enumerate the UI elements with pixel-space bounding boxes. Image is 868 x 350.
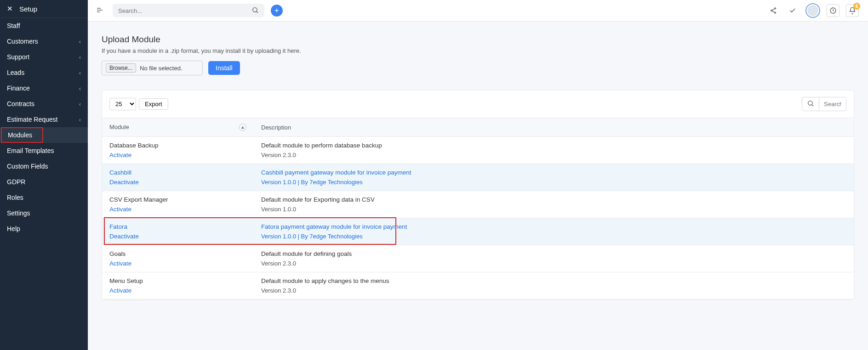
sidebar-item-email-templates[interactable]: Email Templates [0, 143, 88, 158]
bell-icon[interactable]: 6 [846, 4, 859, 17]
svg-point-11 [808, 101, 812, 105]
sidebar-item-custom-fields[interactable]: Custom Fields [0, 158, 88, 174]
module-description: Fatora payment gateway module for invoic… [261, 223, 846, 230]
sidebar-item-label: Custom Fields [7, 163, 48, 170]
sidebar-item-label: Leads [7, 69, 24, 76]
sidebar-item-gdpr[interactable]: GDPR [0, 174, 88, 190]
sidebar-item-support[interactable]: Support‹ [0, 49, 88, 65]
upload-row: Browse... No file selected. Install [102, 61, 854, 75]
file-input[interactable]: Browse... No file selected. [102, 61, 203, 75]
description-cell: Fatora payment gateway module for invoic… [254, 218, 854, 245]
clock-icon[interactable] [827, 4, 839, 17]
table-search [802, 97, 846, 111]
sidebar-item-finance[interactable]: Finance‹ [0, 80, 88, 96]
menu-toggle-icon[interactable] [93, 5, 106, 17]
activate-link[interactable]: Activate [109, 260, 246, 267]
sidebar-item-label: Estimate Request [7, 116, 58, 123]
avatar-image [807, 5, 818, 16]
module-version: Version 1.0.0 | By 7edge Technologies [261, 179, 846, 186]
svg-point-5 [775, 8, 776, 9]
module-version: Version 1.0.0 [261, 206, 846, 213]
table-row: CSV Export ManagerActivateDefault module… [102, 191, 854, 218]
description-cell: Default module for defining goalsVersion… [254, 245, 854, 272]
module-version: Version 1.0.0 | By 7edge Technologies [261, 233, 846, 240]
modules-card: 25 Export Module ▲ Descript [102, 90, 854, 300]
activate-link[interactable]: Activate [109, 287, 246, 294]
description-cell: Default module to apply changes to the m… [254, 272, 854, 299]
chevron-left-icon: ‹ [79, 69, 81, 76]
module-description: Default module to apply changes to the m… [261, 277, 846, 284]
col-description[interactable]: Description [254, 118, 854, 137]
search-input[interactable] [118, 7, 251, 14]
global-search[interactable] [113, 4, 264, 17]
sidebar-item-help[interactable]: Help [0, 221, 88, 237]
module-name[interactable]: Cashbill [109, 169, 246, 176]
module-cell: Menu SetupActivate [102, 272, 254, 299]
topbar-right: 6 [767, 3, 859, 18]
activate-link[interactable]: Activate [109, 152, 246, 158]
main-content: Upload Module If you have a module in a … [88, 22, 868, 350]
page-title: Upload Module [102, 34, 854, 45]
svg-point-3 [253, 7, 257, 11]
deactivate-link[interactable]: Deactivate [109, 179, 246, 186]
browse-button[interactable]: Browse... [106, 63, 136, 73]
sidebar-item-label: Finance [7, 85, 30, 92]
sidebar-item-customers[interactable]: Customers‹ [0, 34, 88, 49]
sidebar-item-staff[interactable]: Staff [0, 18, 88, 34]
svg-point-6 [771, 10, 772, 11]
file-label: No file selected. [140, 65, 183, 72]
module-description: Default module for defining goals [261, 250, 846, 257]
search-icon[interactable] [251, 6, 259, 15]
module-version: Version 2.3.0 [261, 260, 846, 267]
module-version: Version 2.3.0 [261, 287, 846, 294]
module-cell: FatoraDeactivate [102, 218, 254, 245]
add-button[interactable]: + [271, 5, 283, 17]
export-button[interactable]: Export [139, 98, 168, 110]
chevron-left-icon: ‹ [79, 54, 81, 61]
sidebar-item-label: Contracts [7, 100, 34, 107]
check-icon[interactable] [786, 4, 799, 17]
table-row: CashbillDeactivateCashbill payment gatew… [102, 164, 854, 191]
install-button[interactable]: Install [208, 61, 240, 75]
avatar[interactable] [805, 3, 820, 18]
module-cell: CSV Export ManagerActivate [102, 191, 254, 218]
module-name: CSV Export Manager [109, 196, 246, 203]
module-version: Version 2.3.0 [261, 152, 846, 158]
deactivate-link[interactable]: Deactivate [109, 233, 246, 240]
chevron-left-icon: ‹ [79, 116, 81, 123]
description-cell: Cashbill payment gateway module for invo… [254, 164, 854, 191]
description-cell: Default module for Exporting data in CSV… [254, 191, 854, 218]
share-icon[interactable] [767, 4, 780, 17]
table-search-icon[interactable] [802, 97, 819, 111]
topbar: + 6 [88, 0, 868, 22]
sidebar-item-label: Staff [7, 22, 20, 29]
notification-badge: 6 [853, 3, 860, 10]
sidebar: ✕ Setup StaffCustomers‹Support‹Leads‹Fin… [0, 0, 88, 350]
svg-line-9 [772, 11, 774, 12]
svg-line-4 [257, 11, 258, 12]
module-description: Default module for Exporting data in CSV [261, 196, 846, 203]
sidebar-item-settings[interactable]: Settings [0, 205, 88, 221]
sidebar-item-roles[interactable]: Roles [0, 190, 88, 205]
sidebar-item-modules[interactable]: Modules [0, 127, 88, 143]
sidebar-item-estimate-request[interactable]: Estimate Request‹ [0, 112, 88, 127]
sidebar-item-leads[interactable]: Leads‹ [0, 65, 88, 80]
chevron-left-icon: ‹ [79, 101, 81, 107]
activate-link[interactable]: Activate [109, 206, 246, 213]
module-name[interactable]: Fatora [109, 223, 246, 230]
svg-line-12 [812, 105, 813, 106]
page-size-select[interactable]: 25 [109, 98, 136, 110]
sidebar-item-contracts[interactable]: Contracts‹ [0, 96, 88, 112]
module-description: Default module to perform database backu… [261, 142, 846, 149]
table-row: Database BackupActivateDefault module to… [102, 137, 854, 164]
description-cell: Default module to perform database backu… [254, 137, 854, 164]
table-row: GoalsActivateDefault module for defining… [102, 245, 854, 272]
sidebar-title: Setup [19, 5, 37, 13]
sidebar-header: ✕ Setup [0, 0, 88, 18]
table-row: Menu SetupActivateDefault module to appl… [102, 272, 854, 299]
close-icon[interactable]: ✕ [7, 5, 13, 13]
col-module[interactable]: Module ▲ [102, 118, 254, 137]
svg-point-7 [775, 12, 776, 13]
table-search-input[interactable] [819, 98, 846, 110]
page-subtitle: If you have a module in a .zip format, y… [102, 47, 854, 54]
